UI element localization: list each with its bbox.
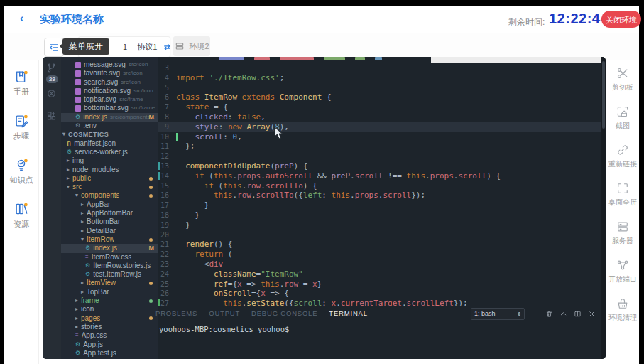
sidebar-item-clean[interactable]: 环境清理 [608, 296, 637, 323]
extensions-icon[interactable] [46, 111, 58, 122]
tree-item-App.js[interactable]: ⚙App.js [61, 341, 158, 349]
sidebar-item-ports[interactable]: 开放端口 [608, 258, 637, 284]
tree-item-ItemRow.stories.js[interactable]: ⚙ItemRow.stories.js [61, 262, 158, 270]
line-number: 4 [158, 73, 176, 83]
remote-ide-view[interactable]: 29 message.svgsrc/iconfavorite.svgsrc/ic… [43, 57, 606, 359]
tree-item-AppBar[interactable]: ▸AppBar [61, 200, 158, 209]
code-line-5[interactable]: 5 [158, 83, 601, 93]
tree-item-App.test.js[interactable]: ⚙App.test.js [61, 349, 158, 358]
tab-environment-2[interactable]: 环境2 [173, 36, 210, 56]
tree-item-public[interactable]: ▸public [61, 174, 158, 183]
code-line-21[interactable]: 21 render() { [158, 240, 601, 250]
code-editor[interactable]: 34import './ItemRow.css';56class ItemRow… [158, 57, 601, 306]
terminal-shell-select[interactable]: 1: bash⇕ [471, 308, 525, 320]
code-line-11[interactable]: 11 }; [158, 141, 601, 151]
tree-item-ItemView[interactable]: ▸ItemView [61, 279, 158, 287]
code-line-8[interactable]: 8 clicked: false, [158, 112, 601, 122]
code-line-18[interactable]: 18 } [158, 210, 601, 220]
code-line-16[interactable]: 16 this.row.scrollTo({left: this.props.s… [158, 191, 601, 200]
tree-section-commits[interactable]: ▸COMMITS [61, 358, 158, 359]
code-line-22[interactable]: 22 return ( [158, 250, 601, 259]
code-line-26[interactable]: 26 onScroll={x => { [158, 289, 601, 299]
terminal-prompt[interactable]: yoohoos-MBP:cosmetics yoohoo$ [159, 325, 289, 333]
code-line-4[interactable]: 4import './ItemRow.css'; [158, 73, 601, 83]
sidebar-item-resource[interactable]: 资源 [13, 201, 29, 230]
debug-icon[interactable] [46, 88, 58, 100]
tree-item-index.js[interactable]: ⚙index.jsM [61, 244, 158, 252]
code-line-7[interactable]: 7 state = { [158, 102, 601, 112]
code-line-6[interactable]: 6class ItemRow extends Component { [158, 92, 601, 102]
swap-protocol-icon[interactable] [163, 43, 172, 52]
kill-terminal-icon[interactable] [545, 310, 553, 318]
new-terminal-icon[interactable] [531, 310, 539, 318]
code-line-13[interactable]: 13 componentDidUpdate(preP) { [158, 161, 601, 171]
maximize-panel-icon[interactable] [560, 310, 567, 318]
tree-item-index.js[interactable]: ⚙index.jssrc/components…M [61, 113, 158, 122]
panel-tab-debug-console[interactable]: DEBUG CONSOLE [251, 309, 317, 319]
code-line-23[interactable]: 23 <div [158, 259, 601, 269]
code-line-19[interactable]: 19 } [158, 220, 601, 230]
tree-item-bottombar.svg[interactable]: bottombar.svgsrc/frame [61, 104, 158, 112]
code-line-12[interactable]: 12 [158, 151, 601, 161]
tree-item-src[interactable]: ▾src [61, 183, 158, 191]
tree-item-img[interactable]: ▸img [61, 156, 158, 165]
tree-item-stories[interactable]: ▸stories [61, 323, 158, 331]
code-line-14[interactable]: 14 if (this.props.autoScroll && preP.scr… [158, 171, 601, 181]
tree-item-manifest.json[interactable]: {}manifest.json [61, 139, 158, 148]
tree-item-BottomBar[interactable]: ▸BottomBar [61, 218, 158, 226]
sidebar-item-fullscreen[interactable]: 桌面全屏 [608, 181, 637, 208]
sidebar-item-knowledge[interactable]: 知识点 [10, 157, 33, 186]
tree-item-service-worker.js[interactable]: ⚙service-worker.js [61, 148, 158, 156]
file-icon-css: ≡ [75, 333, 79, 338]
back-icon[interactable]: ‹ [20, 12, 23, 25]
tree-item-topbar.svg[interactable]: topbar.svgsrc/frame [61, 95, 158, 104]
tree-item-ItemRow[interactable]: ▾ItemRow [61, 235, 158, 244]
tree-item-favorite.svg[interactable]: favorite.svgsrc/icon [61, 69, 158, 77]
tree-item-ItemRow.css[interactable]: ≡ItemRow.css [61, 253, 158, 262]
tree-item-node_modules[interactable]: ▸node_modules [61, 166, 158, 174]
close-environment-button[interactable]: 关闭环境 [601, 11, 641, 28]
file-name: ItemRow.stories.js [93, 262, 151, 270]
vertical-scrollbar[interactable] [601, 57, 606, 359]
code-line-25[interactable]: 25 ref={x => this.row = x} [158, 279, 601, 289]
chevron-right-icon: ▸ [62, 358, 68, 359]
split-terminal-icon[interactable] [574, 310, 582, 318]
tree-item-pages[interactable]: ▸pages [61, 314, 158, 323]
source-control-icon[interactable] [46, 63, 58, 74]
code-line-27[interactable]: 27 this.setState({scroll: x.currentTarge… [158, 299, 601, 306]
tree-item-App.css[interactable]: ≡App.css [61, 331, 158, 340]
panel-tab-output[interactable]: OUTPUT [209, 309, 240, 319]
scrollbar-thumb[interactable] [602, 61, 605, 129]
code-line-10[interactable]: 10 scroll: 0, [158, 132, 601, 142]
sidebar-item-steps[interactable]: 步骤 [13, 113, 29, 141]
panel-tab-problems[interactable]: PROBLEMS [155, 309, 197, 319]
tree-item-TopBar[interactable]: ▸TopBar [61, 288, 158, 296]
panel-tab-terminal[interactable]: TERMINAL [329, 309, 367, 319]
sidebar-item-manual[interactable]: 手册 [13, 69, 29, 97]
code-line-24[interactable]: 24 className="ItemRow" [158, 269, 601, 279]
sidebar-item-clipboard[interactable]: 剪切板 [612, 66, 633, 92]
code-line-9[interactable]: 9 style: new Array(8), [158, 122, 601, 132]
tree-item-components[interactable]: ▾components [61, 191, 158, 200]
tree-section-cosmetics[interactable]: ▾COSMETICS [61, 130, 158, 139]
sidebar-item-relink[interactable]: 重新链接 [608, 143, 637, 169]
tree-item-icon[interactable]: ▸icon [61, 305, 158, 314]
tree-item-search.svg[interactable]: search.svgsrc/icon [61, 78, 158, 87]
sidebar-item-screenshot[interactable]: 截图 [616, 105, 630, 131]
tree-item-.env[interactable]: ⚙.env [61, 122, 158, 130]
code-line-15[interactable]: 15 if (this.row.scrollTo) { [158, 181, 601, 191]
tree-item-frame[interactable]: ▸frame [61, 296, 158, 305]
sidebar-item-server[interactable]: 服务器 [612, 220, 633, 246]
file-icon-json: {} [67, 141, 71, 146]
tree-item-AppBottomBar[interactable]: ▸AppBottomBar [61, 209, 158, 218]
file-icon-svgfile [75, 105, 81, 112]
close-panel-icon[interactable] [588, 310, 596, 318]
file-name: topbar.svg [84, 95, 116, 104]
code-line-3[interactable]: 3 [158, 63, 601, 73]
tree-item-test.ItemRow.js[interactable]: ⚙test.ItemRow.js [61, 270, 158, 279]
tree-item-notification.svg[interactable]: notification.svgsrc/icon [61, 87, 158, 95]
tree-item-DetailBar[interactable]: ▸DetailBar [61, 227, 158, 235]
tree-item-message.svg[interactable]: message.svgsrc/icon [61, 60, 158, 69]
code-line-17[interactable]: 17 } [158, 200, 601, 210]
code-line-20[interactable]: 20 [158, 230, 601, 240]
